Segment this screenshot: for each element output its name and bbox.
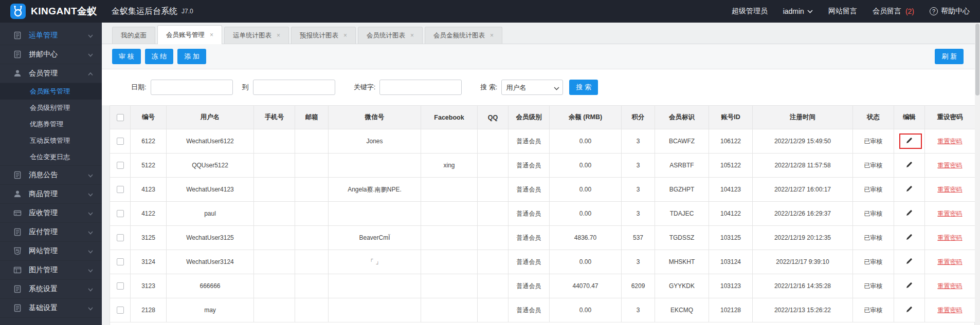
row-cell-balance: 0.00 — [550, 298, 622, 322]
sidebar-item[interactable]: 基础设置 — [0, 299, 102, 318]
row-cell-wechat: Jones — [329, 129, 421, 154]
row-checkbox[interactable] — [117, 234, 124, 241]
reset-password-link[interactable]: 重置密码 — [938, 307, 963, 314]
search-button[interactable]: 搜 索 — [569, 80, 598, 95]
sidebar-subitem[interactable]: 优惠券管理 — [0, 116, 102, 132]
row-checkbox[interactable] — [117, 282, 124, 290]
sidebar-item[interactable]: 网站管理 — [0, 242, 102, 261]
reset-password-link[interactable]: 重置密码 — [938, 282, 963, 290]
tab[interactable]: 运单统计图表× — [224, 27, 289, 44]
row-cell-member-code: BGZHPT — [655, 178, 709, 202]
row-cell-balance: 4836.70 — [550, 226, 622, 250]
table-row: 4122paul普通会员0.003TDAJEC1041222022/12/26 … — [110, 202, 975, 226]
keyword-input[interactable] — [379, 80, 462, 95]
tab[interactable]: 会员统计图表× — [358, 27, 423, 44]
close-icon[interactable]: × — [343, 32, 347, 39]
row-cell-level: 普通会员 — [509, 178, 550, 202]
close-icon[interactable]: × — [490, 32, 494, 39]
row-checkbox[interactable] — [117, 307, 124, 314]
sidebar-item-label: 商品管理 — [29, 189, 87, 199]
edit-button[interactable] — [896, 154, 923, 177]
sidebar-item[interactable]: 运单管理 — [0, 26, 102, 45]
sidebar-item[interactable]: 系统设置 — [0, 280, 102, 299]
edit-button[interactable] — [896, 202, 923, 225]
row-cell-facebook — [421, 129, 478, 154]
close-icon[interactable]: × — [210, 31, 213, 39]
row-cell-edit — [894, 178, 925, 202]
tab[interactable]: 会员金额统计图表× — [425, 27, 502, 44]
row-cell — [110, 129, 131, 154]
tab[interactable]: 会员账号管理× — [157, 25, 222, 44]
row-checkbox[interactable] — [117, 210, 124, 217]
member-messages-link[interactable]: 会员留言 (2) — [873, 7, 914, 16]
row-cell-account-id: 105122 — [709, 154, 753, 178]
row-cell-account-id: 103125 — [709, 226, 753, 250]
header-cell: 用户名 — [167, 106, 254, 129]
sidebar-item[interactable]: 应收管理 — [0, 204, 102, 223]
search-field-select[interactable]: 用户名 — [501, 80, 563, 95]
select-all-checkbox[interactable] — [117, 114, 124, 121]
reset-password-link[interactable]: 重置密码 — [938, 234, 963, 241]
edit-icon — [905, 233, 913, 242]
table-header-row: 编号用户名手机号邮箱微信号FacebookQQ会员级别余额 (RMB)积分会员标… — [110, 106, 975, 129]
sidebar-item[interactable]: 拼邮中心 — [0, 45, 102, 64]
scrollbar-thumb[interactable] — [975, 24, 979, 95]
date-to-input[interactable] — [253, 80, 335, 95]
reset-password-link[interactable]: 重置密码 — [938, 162, 963, 169]
row-cell-wechat — [329, 154, 421, 178]
table-row: 2128may普通会员0.003EKCMQ1021282022/12/13 15… — [110, 298, 975, 322]
date-from-input[interactable] — [151, 80, 233, 95]
chevron-down-icon — [87, 210, 94, 216]
tab[interactable]: 我的桌面 — [112, 27, 155, 44]
edit-button[interactable] — [896, 226, 923, 250]
audit-button[interactable]: 审 核 — [112, 49, 141, 64]
row-cell-member-code: BCAWFZ — [655, 129, 709, 154]
row-cell-reset: 重置密码 — [925, 129, 975, 154]
row-cell-member-code: GYYKDK — [655, 274, 709, 298]
close-icon[interactable]: × — [410, 32, 414, 39]
sidebar-item[interactable]: 应付管理 — [0, 223, 102, 242]
sidebar-item[interactable]: 会员管理 — [0, 64, 102, 83]
sidebar-subitem[interactable]: 会员账号管理 — [0, 83, 102, 100]
doc-icon — [13, 171, 22, 179]
row-checkbox[interactable] — [117, 138, 124, 145]
edit-button[interactable] — [896, 298, 923, 322]
row-cell-level: 普通会员 — [509, 154, 550, 178]
row-cell-email — [295, 202, 329, 226]
row-cell-phone — [254, 154, 295, 178]
edit-button[interactable] — [896, 129, 923, 153]
reset-password-link[interactable]: 重置密码 — [938, 138, 963, 145]
header-cell: 注册时间 — [753, 106, 853, 129]
freeze-button[interactable]: 冻 结 — [145, 49, 174, 64]
help-link[interactable]: ? 帮助中心 — [930, 7, 970, 16]
row-checkbox[interactable] — [117, 258, 124, 265]
sidebar-item[interactable]: 商品管理 — [0, 185, 102, 204]
search-field-select-wrap: 用户名 — [501, 80, 563, 95]
sidebar-subitem[interactable]: 仓位变更日志 — [0, 149, 102, 165]
sidebar-item[interactable]: 消息公告 — [0, 166, 102, 185]
reset-password-link[interactable]: 重置密码 — [938, 258, 963, 265]
row-cell-email — [295, 250, 329, 274]
close-icon[interactable]: × — [277, 32, 280, 39]
row-cell-id: 3124 — [131, 250, 167, 274]
row-checkbox[interactable] — [117, 186, 124, 193]
user-menu[interactable]: iadmin — [783, 7, 813, 15]
add-button[interactable]: 添 加 — [177, 49, 206, 64]
sidebar-subitem[interactable]: 会员级别管理 — [0, 100, 102, 116]
row-checkbox[interactable] — [117, 162, 124, 169]
header-cell: 微信号 — [329, 106, 421, 129]
row-cell-edit — [894, 274, 925, 298]
refresh-button[interactable]: 刷 新 — [935, 49, 964, 64]
sidebar-subitem[interactable]: 互动反馈管理 — [0, 132, 102, 149]
tab[interactable]: 预报统计图表× — [291, 27, 356, 44]
edit-button[interactable] — [896, 178, 923, 201]
reset-password-link[interactable]: 重置密码 — [938, 186, 963, 193]
row-cell-email — [295, 226, 329, 250]
edit-button[interactable] — [896, 250, 923, 274]
reset-password-link[interactable]: 重置密码 — [938, 210, 963, 217]
sidebar-item[interactable]: 图片管理 — [0, 261, 102, 280]
doc-icon — [13, 285, 22, 293]
edit-button[interactable] — [896, 274, 923, 298]
row-cell-level: 普通会员 — [509, 274, 550, 298]
site-messages-link[interactable]: 网站留言 — [828, 7, 857, 16]
